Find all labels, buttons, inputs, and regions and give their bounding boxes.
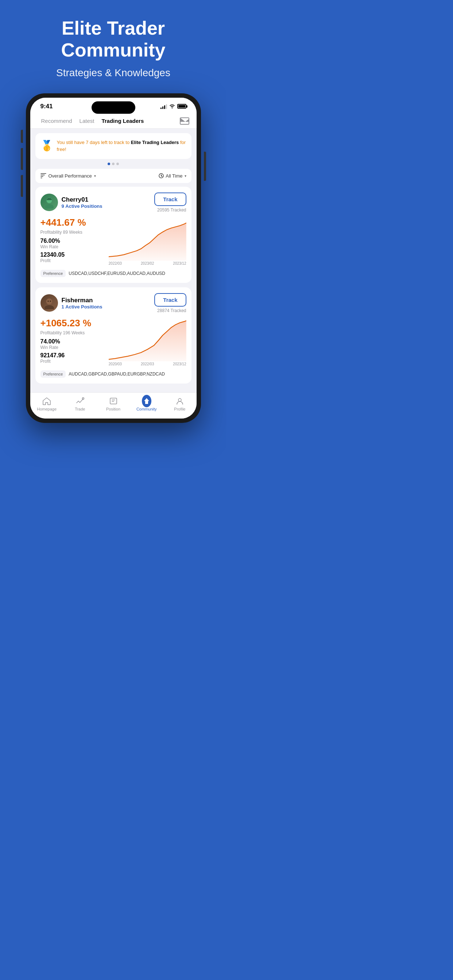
nav-item-community[interactable]: Community xyxy=(130,396,163,411)
hero-title: Elite TraderCommunity xyxy=(14,18,212,61)
position-icon xyxy=(109,396,118,406)
profit-label-fisherman: Profit xyxy=(40,359,105,364)
signal-bar-2 xyxy=(162,107,163,109)
filter-row[interactable]: Overall Performance ▾ All Time ▾ xyxy=(35,169,191,183)
chart-date-3: 2023/12 xyxy=(173,261,186,266)
side-button-mute xyxy=(21,130,23,143)
community-icon xyxy=(142,396,152,406)
home-icon xyxy=(42,396,51,406)
nav-label-profile: Profile xyxy=(174,407,185,411)
trader-card-fisherman: Fisherman 1 Active Positions Track 28874… xyxy=(35,287,191,383)
mail-icon[interactable] xyxy=(180,118,189,125)
track-button-cherry01[interactable]: Track xyxy=(154,192,186,206)
chart-fisherman xyxy=(109,318,187,361)
profit-pct-cherry01: +441.67 % xyxy=(40,217,105,228)
trader-body-fisherman: +1065.23 % Profitability 196 Weeks 74.00… xyxy=(40,318,187,366)
svg-point-13 xyxy=(179,398,181,401)
chart-date-1-fish: 2020/03 xyxy=(109,362,122,366)
medal-icon: 🥇 xyxy=(40,140,53,152)
profit-cherry01: 12340.05 xyxy=(40,251,105,258)
trader-positions-cherry01: 9 Active Positions xyxy=(62,204,151,209)
trader-stats-cherry01: +441.67 % Profitability 89 Weeks 76.00% … xyxy=(40,217,105,266)
nav-label-position: Position xyxy=(106,407,120,411)
nav-label-trade: Trade xyxy=(75,407,85,411)
hero-subtitle: Strategies & Knowledges xyxy=(14,67,212,79)
tracked-count-cherry01: 20595 Tracked xyxy=(154,207,186,213)
trader-avatar-fisherman-image xyxy=(43,297,56,309)
svg-point-7 xyxy=(45,305,54,309)
side-button-vol-up xyxy=(21,148,23,170)
trader-positions-fisherman: 1 Active Positions xyxy=(62,304,151,310)
nav-label-community: Community xyxy=(136,407,157,411)
wifi-icon xyxy=(169,103,175,110)
community-badge xyxy=(142,395,152,407)
svg-point-11 xyxy=(83,398,84,399)
battery-icon xyxy=(177,104,187,109)
preference-pairs-fisherman: AUDCAD,GBPCAD,GBPAUD,EURGBP,NZDCAD xyxy=(69,372,165,377)
phone-screen: 9:41 xyxy=(30,98,196,418)
chart-svg-fisherman xyxy=(109,318,187,361)
dot-1 xyxy=(108,162,110,165)
trader-name-fisherman: Fisherman xyxy=(62,297,151,304)
nav-tabs: Recommend Latest Trading Leaders xyxy=(30,112,196,129)
profit-label-cherry01: Profit xyxy=(40,258,105,263)
svg-point-9 xyxy=(48,301,48,302)
tab-latest[interactable]: Latest xyxy=(76,118,98,124)
promo-banner: 🥇 You still have 7 days left to track to… xyxy=(35,133,191,159)
performance-label: Overall Performance xyxy=(48,173,92,179)
trader-stats-fisherman: +1065.23 % Profitability 196 Weeks 74.00… xyxy=(40,318,105,366)
svg-rect-5 xyxy=(48,198,51,199)
banner-bold: Elite Trading Leaders xyxy=(131,140,179,145)
track-button-fisherman[interactable]: Track xyxy=(154,293,186,307)
nav-item-position[interactable]: Position xyxy=(97,396,130,411)
trader-info-fisherman: Fisherman 1 Active Positions xyxy=(62,297,151,310)
tracked-count-fisherman: 28874 Tracked xyxy=(154,308,186,313)
profit-fisherman: 92147.96 xyxy=(40,352,105,359)
content-area: 🥇 You still have 7 days left to track to… xyxy=(30,129,196,392)
status-icons xyxy=(161,103,187,110)
chart-cherry01 xyxy=(109,217,187,261)
trader-card-cherry01: Cherry01 9 Active Positions Track 20595 … xyxy=(35,187,191,283)
tab-recommend[interactable]: Recommend xyxy=(38,118,76,124)
signal-bar-3 xyxy=(164,105,165,109)
time-filter[interactable]: All Time ▾ xyxy=(159,173,186,179)
preference-badge-cherry01: Preference xyxy=(40,270,66,277)
sort-icon xyxy=(40,173,46,178)
svg-point-2 xyxy=(45,204,54,208)
nav-label-homepage: Homepage xyxy=(37,407,57,411)
chart-section-fisherman: 2020/03 2022/03 2023/12 xyxy=(109,318,187,366)
nav-item-trade[interactable]: Trade xyxy=(64,396,97,411)
nav-item-profile[interactable]: Profile xyxy=(163,396,196,411)
chart-date-3-fish: 2023/12 xyxy=(173,362,186,366)
clock-icon xyxy=(159,173,164,178)
win-rate-cherry01: 76.00% xyxy=(40,238,105,244)
positions-label-cherry01: Active Positions xyxy=(65,204,102,209)
avatar-fisherman xyxy=(40,294,58,312)
chart-dates-cherry01: 2022/03 2023/02 2023/12 xyxy=(109,261,187,266)
dynamic-island xyxy=(91,101,135,114)
preference-badge-fisherman: Preference xyxy=(40,371,66,378)
performance-filter[interactable]: Overall Performance ▾ xyxy=(40,173,96,179)
positions-count-cherry01: 9 xyxy=(62,204,64,209)
signal-bar-4 xyxy=(166,104,167,109)
svg-point-10 xyxy=(49,301,51,302)
status-bar: 9:41 xyxy=(30,98,196,112)
signal-icon xyxy=(161,104,167,109)
chart-date-2: 2023/02 xyxy=(141,261,154,266)
nav-item-homepage[interactable]: Homepage xyxy=(30,396,64,411)
chevron-down-icon: ▾ xyxy=(94,174,96,178)
time-label: All Time xyxy=(166,173,182,179)
carousel-dots xyxy=(35,162,191,165)
tab-trading-leaders[interactable]: Trading Leaders xyxy=(98,118,147,124)
profile-icon xyxy=(175,396,185,406)
signal-bar-1 xyxy=(161,108,161,109)
profit-pct-fisherman: +1065.23 % xyxy=(40,318,105,329)
trader-name-cherry01: Cherry01 xyxy=(62,196,151,204)
track-section-fisherman: Track 28874 Tracked xyxy=(154,293,186,313)
trader-avatar-cherry01-image xyxy=(43,196,56,208)
side-button-power xyxy=(204,152,206,181)
profitability-label-fisherman: Profitability 196 Weeks xyxy=(40,330,105,336)
trader-info-cherry01: Cherry01 9 Active Positions xyxy=(62,196,151,209)
profitability-label-cherry01: Profitability 89 Weeks xyxy=(40,230,105,235)
side-button-vol-down xyxy=(21,175,23,197)
